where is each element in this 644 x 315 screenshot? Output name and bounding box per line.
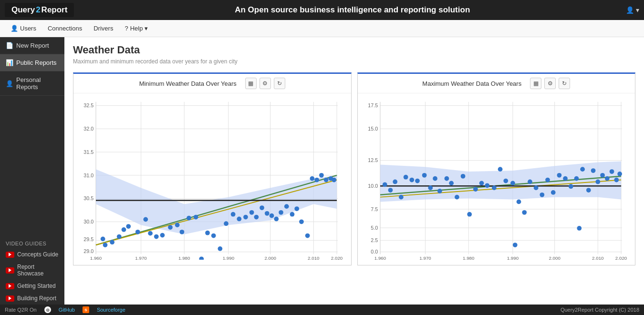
- user-menu[interactable]: 👤 ▾: [626, 6, 639, 14]
- svg-point-39: [175, 223, 180, 227]
- svg-point-29: [110, 240, 114, 244]
- sidebar-concepts-guide[interactable]: Concepts Guide: [0, 248, 64, 261]
- getting-started-label: Getting Started: [17, 283, 56, 289]
- svg-point-61: [299, 219, 304, 224]
- svg-point-31: [122, 227, 126, 232]
- sidebar-item-public-reports[interactable]: 📊 Public Reports: [0, 54, 64, 71]
- copyright-text: Query2Report Copyright (C) 2018: [561, 307, 639, 313]
- charts-row: Minimum Weather Data Over Years ▦ ⚙ ↻ 32…: [73, 72, 635, 265]
- svg-point-33: [135, 230, 140, 234]
- nav-connections[interactable]: Connections: [42, 21, 88, 36]
- svg-point-146: [614, 178, 619, 183]
- svg-point-116: [444, 176, 449, 181]
- svg-point-149: [577, 226, 582, 231]
- svg-point-118: [455, 195, 459, 200]
- gear-icon-min[interactable]: ⚙: [260, 78, 271, 89]
- nav-bar: 👤 Users Connections Drivers ? Help ▾: [0, 20, 644, 37]
- svg-point-114: [433, 176, 437, 181]
- sidebar-report-showcase[interactable]: Report Showcase: [0, 261, 64, 280]
- new-report-icon: 📄: [6, 42, 13, 49]
- svg-point-120: [467, 212, 472, 217]
- svg-point-34: [143, 217, 148, 222]
- svg-point-32: [126, 224, 131, 229]
- svg-point-128: [516, 200, 521, 204]
- svg-text:1,990: 1,990: [507, 255, 519, 260]
- svg-point-145: [609, 169, 614, 174]
- svg-text:1,960: 1,960: [90, 255, 102, 260]
- sidebar-getting-started[interactable]: Getting Started: [0, 280, 64, 292]
- svg-text:12.5: 12.5: [368, 158, 378, 163]
- svg-text:29.5: 29.5: [83, 236, 93, 242]
- svg-point-28: [103, 243, 108, 247]
- bar-chart-icon-min[interactable]: ▦: [245, 78, 257, 89]
- svg-text:2,020: 2,020: [331, 255, 343, 260]
- svg-text:1,970: 1,970: [419, 255, 431, 260]
- nav-drivers[interactable]: Drivers: [88, 21, 119, 36]
- svg-point-126: [503, 179, 508, 183]
- svg-point-58: [284, 204, 289, 209]
- svg-point-54: [265, 211, 270, 216]
- svg-point-137: [568, 184, 573, 189]
- svg-point-131: [533, 185, 538, 190]
- svg-point-143: [600, 173, 605, 178]
- building-report-label: Building Report: [17, 295, 56, 302]
- svg-point-35: [148, 231, 153, 236]
- svg-point-127: [510, 181, 515, 186]
- svg-point-45: [211, 234, 216, 238]
- logo[interactable]: Query2Report: [5, 3, 74, 17]
- svg-point-38: [168, 225, 173, 230]
- nav-users[interactable]: 👤 Users: [5, 21, 42, 36]
- svg-text:31.0: 31.0: [83, 173, 93, 178]
- svg-point-40: [180, 230, 185, 234]
- sidebar-item-personal-reports[interactable]: 👤 Personal Reports: [0, 71, 64, 96]
- top-header-bar: Query2Report An Open source business int…: [0, 0, 644, 20]
- svg-point-56: [274, 217, 279, 222]
- refresh-icon-min[interactable]: ↻: [274, 78, 285, 89]
- svg-point-125: [498, 167, 502, 172]
- svg-point-132: [540, 193, 544, 197]
- svg-point-27: [101, 237, 105, 242]
- svg-point-113: [428, 185, 433, 190]
- svg-point-30: [117, 234, 122, 239]
- github-link[interactable]: GitHub: [59, 307, 75, 313]
- svg-point-46: [218, 246, 222, 251]
- svg-point-138: [574, 176, 579, 181]
- gear-icon-max[interactable]: ⚙: [544, 78, 556, 89]
- svg-text:1,970: 1,970: [135, 255, 147, 260]
- chart-header-max: Maximum Weather Data Over Years ▦ ⚙ ↻: [358, 74, 635, 93]
- logo-num: 2: [36, 5, 40, 15]
- svg-text:29.0: 29.0: [83, 248, 93, 254]
- bar-chart-icon-max[interactable]: ▦: [530, 78, 541, 89]
- svg-point-148: [512, 243, 517, 247]
- svg-text:32.0: 32.0: [83, 126, 93, 132]
- svg-point-63: [310, 176, 315, 181]
- sidebar-item-new-report[interactable]: 📄 New Report: [0, 37, 64, 54]
- svg-text:32.5: 32.5: [83, 102, 93, 108]
- youtube-icon-getting-started: [6, 283, 14, 289]
- svg-point-105: [382, 182, 387, 187]
- refresh-icon-max[interactable]: ↻: [559, 78, 570, 89]
- chart-panel-max: Maximum Weather Data Over Years ▦ ⚙ ↻ 17…: [357, 72, 636, 265]
- video-guides-title: Video Guides: [0, 236, 64, 248]
- svg-point-133: [545, 178, 550, 183]
- svg-point-62: [305, 234, 310, 238]
- svg-text:2,010: 2,010: [308, 255, 320, 260]
- sidebar-building-report[interactable]: Building Report: [0, 292, 64, 305]
- nav-help[interactable]: ? Help ▾: [119, 21, 154, 36]
- page-subtitle: Maximum and minimum recorded data over y…: [73, 58, 635, 65]
- svg-text:31.5: 31.5: [83, 149, 93, 155]
- rate-label: Rate Q2R On: [5, 307, 37, 313]
- sourceforge-link[interactable]: Sourceforge: [97, 307, 125, 313]
- sidebar: 📄 New Report 📊 Public Reports 👤 Personal…: [0, 37, 64, 305]
- chart-body-min: 32.5 32.0 31.5 31.0 30.5 30.0 29.5 29.0: [73, 93, 351, 265]
- header-title: An Open source business intelligence and…: [79, 5, 626, 15]
- svg-text:17.5: 17.5: [368, 102, 378, 108]
- svg-point-119: [460, 174, 465, 179]
- svg-point-109: [403, 175, 408, 180]
- svg-point-65: [319, 173, 324, 178]
- svg-point-37: [160, 233, 165, 238]
- svg-point-48: [231, 212, 236, 217]
- svg-text:2,000: 2,000: [264, 255, 276, 260]
- svg-text:15.0: 15.0: [368, 126, 378, 132]
- svg-point-139: [580, 167, 585, 172]
